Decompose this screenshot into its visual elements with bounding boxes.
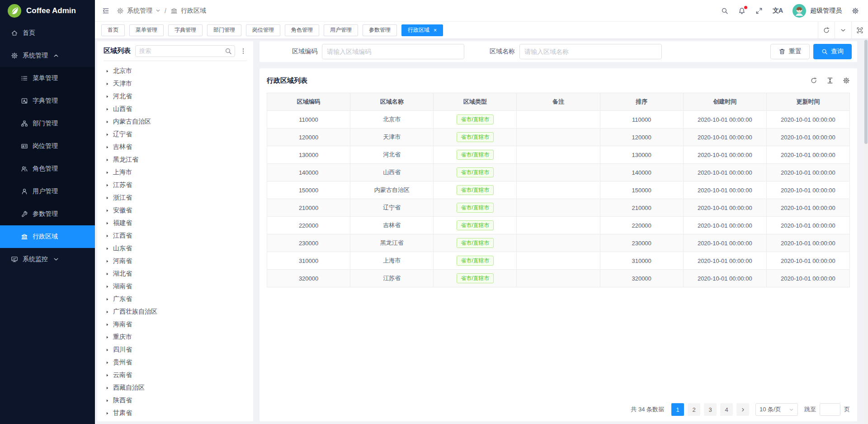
table-row[interactable]: 130000 河北省 省市/直辖市 130000 2020-10-01 00:0… bbox=[267, 146, 850, 164]
tabs-chevron-down-icon[interactable] bbox=[835, 22, 851, 38]
caret-right-icon[interactable] bbox=[105, 221, 109, 225]
table-row[interactable]: 310000 上海市 省市/直辖市 310000 2020-10-01 00:0… bbox=[267, 252, 850, 270]
tree-item[interactable]: 北京市 bbox=[104, 65, 247, 77]
caret-right-icon[interactable] bbox=[105, 310, 109, 314]
sidebar-item-role-management[interactable]: 角色管理 bbox=[0, 157, 95, 180]
sidebar-item-region[interactable]: 行政区域 bbox=[0, 225, 95, 248]
column-header[interactable]: 更新时间 bbox=[766, 93, 849, 111]
tree-item[interactable]: 黑龙江省 bbox=[104, 153, 247, 166]
page-button-1[interactable]: 1 bbox=[671, 403, 684, 416]
caret-right-icon[interactable] bbox=[105, 234, 109, 238]
page-scrollbar[interactable] bbox=[864, 40, 868, 424]
tree-item[interactable]: 福建省 bbox=[104, 217, 247, 229]
tree-item[interactable]: 安徽省 bbox=[104, 204, 247, 217]
search-button[interactable]: 查询 bbox=[813, 44, 852, 59]
breadcrumb-group[interactable]: 系统管理 bbox=[127, 7, 152, 15]
sidebar-item-system-management[interactable]: 系统管理 bbox=[0, 44, 95, 67]
column-header[interactable]: 备注 bbox=[517, 93, 600, 111]
page-jump-input[interactable] bbox=[820, 403, 840, 416]
tab-menu-management[interactable]: 菜单管理 bbox=[129, 24, 164, 36]
settings-icon[interactable] bbox=[843, 77, 850, 84]
tree-item[interactable]: 青海省 bbox=[104, 419, 247, 421]
tabs-content-fullscreen-icon[interactable] bbox=[851, 22, 868, 38]
tab-role-management[interactable]: 角色管理 bbox=[285, 24, 319, 36]
user-menu[interactable]: 超级管理员 bbox=[793, 4, 842, 18]
tree-item[interactable]: 上海市 bbox=[104, 166, 247, 179]
caret-right-icon[interactable] bbox=[105, 373, 109, 377]
tree-item[interactable]: 山西省 bbox=[104, 103, 247, 115]
tab-user-management[interactable]: 用户管理 bbox=[324, 24, 358, 36]
sidebar-item-dict-management[interactable]: 字典管理 bbox=[0, 90, 95, 112]
table-row[interactable]: 150000 内蒙古自治区 省市/直辖市 150000 2020-10-01 0… bbox=[267, 181, 850, 199]
tree-item[interactable]: 山东省 bbox=[104, 242, 247, 255]
tree-item[interactable]: 内蒙古自治区 bbox=[104, 115, 247, 128]
fullscreen-icon[interactable] bbox=[755, 7, 763, 14]
caret-right-icon[interactable] bbox=[105, 133, 109, 137]
caret-right-icon[interactable] bbox=[105, 348, 109, 352]
caret-right-icon[interactable] bbox=[105, 120, 109, 124]
caret-right-icon[interactable] bbox=[105, 335, 109, 339]
tab-dept-management[interactable]: 部门管理 bbox=[207, 24, 241, 36]
caret-right-icon[interactable] bbox=[105, 107, 109, 111]
caret-right-icon[interactable] bbox=[105, 361, 109, 365]
column-height-icon[interactable] bbox=[826, 77, 834, 84]
scrollbar-thumb[interactable] bbox=[864, 40, 868, 144]
translate-icon[interactable]: 文A bbox=[773, 7, 783, 15]
tree-item[interactable]: 广西壮族自治区 bbox=[104, 305, 247, 318]
page-button-3[interactable]: 3 bbox=[704, 403, 717, 416]
table-row[interactable]: 110000 北京市 省市/直辖市 110000 2020-10-01 00:0… bbox=[267, 111, 850, 129]
tree-item[interactable]: 江苏省 bbox=[104, 179, 247, 191]
caret-right-icon[interactable] bbox=[105, 411, 109, 415]
table-row[interactable]: 320000 江苏省 省市/直辖市 320000 2020-10-01 00:0… bbox=[267, 270, 850, 287]
tabs-refresh-icon[interactable] bbox=[818, 22, 835, 38]
tree-item[interactable]: 浙江省 bbox=[104, 191, 247, 204]
sidebar-item-param-management[interactable]: 参数管理 bbox=[0, 203, 95, 225]
tab-region[interactable]: 行政区域× bbox=[401, 24, 443, 36]
code-input[interactable] bbox=[322, 44, 464, 59]
reset-button[interactable]: 重置 bbox=[770, 44, 810, 59]
name-input[interactable] bbox=[519, 44, 662, 59]
bell-icon[interactable] bbox=[738, 7, 745, 14]
tree-item[interactable]: 贵州省 bbox=[104, 356, 247, 369]
caret-right-icon[interactable] bbox=[105, 247, 109, 251]
tree-item[interactable]: 湖北省 bbox=[104, 267, 247, 280]
column-header[interactable]: 创建时间 bbox=[683, 93, 766, 111]
tree-item[interactable]: 河南省 bbox=[104, 255, 247, 267]
dots-vertical-icon[interactable] bbox=[240, 48, 247, 55]
sidebar-item-post-management[interactable]: 岗位管理 bbox=[0, 135, 95, 157]
page-button-4[interactable]: 4 bbox=[720, 403, 733, 416]
tab-home[interactable]: 首页 bbox=[101, 24, 125, 36]
caret-right-icon[interactable] bbox=[105, 196, 109, 200]
tab-post-management[interactable]: 岗位管理 bbox=[246, 24, 280, 36]
tree-item[interactable]: 辽宁省 bbox=[104, 128, 247, 141]
caret-right-icon[interactable] bbox=[105, 69, 109, 73]
page-size-select[interactable]: 10 条/页 bbox=[755, 403, 798, 416]
tree-item[interactable]: 四川省 bbox=[104, 343, 247, 356]
tab-dict-management[interactable]: 字典管理 bbox=[168, 24, 203, 36]
caret-right-icon[interactable] bbox=[105, 272, 109, 276]
search-icon[interactable] bbox=[225, 48, 232, 55]
sidebar-item-menu-management[interactable]: 菜单管理 bbox=[0, 67, 95, 90]
caret-right-icon[interactable] bbox=[105, 95, 109, 99]
tree-item[interactable]: 甘肃省 bbox=[104, 407, 247, 419]
tree-item[interactable]: 重庆市 bbox=[104, 331, 247, 343]
tree-item[interactable]: 陕西省 bbox=[104, 394, 247, 407]
tree-item[interactable]: 西藏自治区 bbox=[104, 381, 247, 394]
sidebar-item-dept-management[interactable]: 部门管理 bbox=[0, 112, 95, 135]
close-icon[interactable]: × bbox=[434, 28, 437, 33]
table-row[interactable]: 210000 辽宁省 省市/直辖市 210000 2020-10-01 00:0… bbox=[267, 199, 850, 217]
caret-right-icon[interactable] bbox=[105, 399, 109, 403]
tree-item[interactable]: 天津市 bbox=[104, 77, 247, 90]
caret-right-icon[interactable] bbox=[105, 386, 109, 390]
sidebar-item-user-management[interactable]: 用户管理 bbox=[0, 180, 95, 203]
caret-right-icon[interactable] bbox=[105, 158, 109, 162]
sidebar-item-system-monitor[interactable]: 系统监控 bbox=[0, 248, 95, 271]
tree-item[interactable]: 海南省 bbox=[104, 318, 247, 331]
tree-item[interactable]: 湖南省 bbox=[104, 280, 247, 293]
tree-item[interactable]: 江西省 bbox=[104, 229, 247, 242]
caret-right-icon[interactable] bbox=[105, 209, 109, 213]
caret-right-icon[interactable] bbox=[105, 82, 109, 86]
caret-right-icon[interactable] bbox=[105, 183, 109, 187]
table-row[interactable]: 230000 黑龙江省 省市/直辖市 230000 2020-10-01 00:… bbox=[267, 234, 850, 252]
caret-right-icon[interactable] bbox=[105, 259, 109, 263]
